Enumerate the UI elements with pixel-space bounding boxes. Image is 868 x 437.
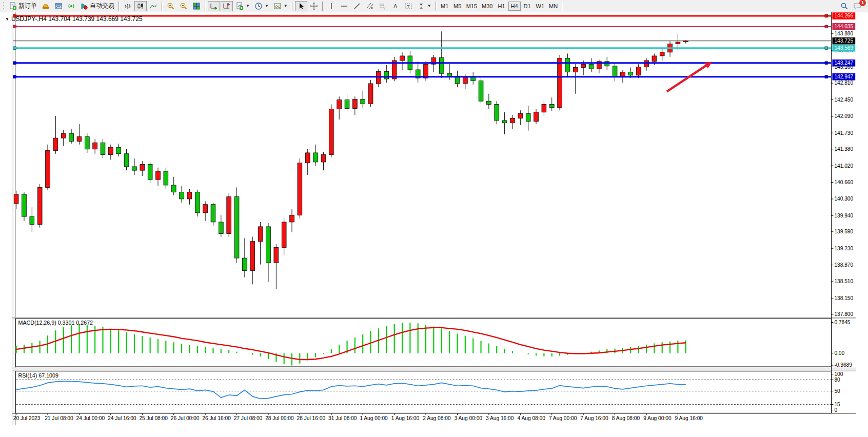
tile-windows-button[interactable] (190, 1, 203, 11)
svg-text:25 Jul 08:00: 25 Jul 08:00 (139, 415, 168, 421)
svg-text:139.230: 139.230 (834, 246, 853, 251)
cursor-icon (297, 2, 305, 10)
profile-icon (42, 2, 50, 10)
vertical-line-button[interactable] (325, 1, 338, 11)
fibonacci-button[interactable]: F (377, 1, 389, 11)
horizontal-line-button[interactable] (338, 1, 350, 11)
svg-text:141.380: 141.380 (834, 146, 853, 152)
line-chart-icon (149, 2, 157, 10)
chart-canvas[interactable]: 144.240143.880143.520143.160142.810142.4… (0, 12, 868, 437)
periods-dropdown[interactable]: ▼ (252, 1, 271, 11)
indicators-dropdown[interactable]: ▼ (233, 1, 252, 11)
svg-text:8 Aug 08:00: 8 Aug 08:00 (612, 415, 640, 421)
svg-text:3 Aug 16:00: 3 Aug 16:00 (486, 415, 514, 421)
search-button[interactable] (838, 1, 851, 11)
hline-144.035[interactable]: 144.035 (13, 23, 855, 30)
notifications-button[interactable]: 1 (851, 1, 863, 11)
equidistant-channel-button[interactable]: E (364, 1, 376, 11)
timeframe-h4[interactable]: H4 (508, 2, 521, 11)
bar-chart-button[interactable] (122, 1, 134, 11)
profile-button[interactable] (40, 1, 52, 11)
rsi-pane[interactable]: 1008050150RSI(14) 67.1009 (16, 371, 843, 413)
timeframe-m5[interactable]: M5 (451, 2, 464, 11)
text-button[interactable]: A (389, 1, 402, 11)
notification-badge: 1 (859, 0, 866, 6)
fibonacci-icon: F (379, 2, 387, 10)
auto-scroll-button[interactable] (208, 1, 220, 11)
timeframe-d1[interactable]: D1 (521, 2, 534, 11)
chevron-down-icon: ▼ (265, 4, 269, 8)
text-label-button[interactable]: T (402, 1, 415, 11)
timeframe-m30[interactable]: M30 (480, 2, 495, 11)
arrows-icon (417, 2, 425, 10)
new-order-button[interactable]: 新订单 (7, 1, 39, 11)
svg-text:7 Aug 16:00: 7 Aug 16:00 (580, 415, 608, 421)
charts-window-button[interactable] (52, 1, 65, 11)
line-chart-button[interactable] (147, 1, 160, 11)
svg-text:142.450: 142.450 (834, 97, 853, 103)
horizontal-line-icon (340, 2, 348, 10)
chart-title: ▼ USDJPY-,H4 143.704 143.739 143.669 143… (5, 15, 143, 23)
chart-window[interactable]: ▼ USDJPY-,H4 143.704 143.739 143.669 143… (0, 12, 868, 437)
zoom-in-icon (167, 2, 175, 10)
auto-trading-icon (80, 2, 88, 10)
text-label-icon: T (404, 2, 412, 10)
zoom-out-icon (180, 2, 188, 10)
timeframe-h1[interactable]: H1 (496, 2, 508, 11)
svg-text:143.247: 143.247 (834, 60, 853, 66)
templates-dropdown[interactable]: ▼ (271, 1, 290, 11)
timeframe-m1[interactable]: M1 (439, 2, 451, 11)
macd-label: MACD(12,26,9) 0.3301 0.2672 (18, 320, 93, 326)
svg-text:3 Aug 00:00: 3 Aug 00:00 (455, 415, 483, 421)
svg-text:9 Aug 16:00: 9 Aug 16:00 (675, 415, 703, 421)
bar-chart-icon (124, 2, 132, 10)
timeframe-w1[interactable]: W1 (534, 2, 547, 11)
hline-142.947[interactable]: 142.947 (13, 73, 855, 81)
macd-pane[interactable]: 0.78450.00-0.3689MACD(12,26,9) 0.3301 0.… (16, 319, 853, 368)
svg-text:138.510: 138.510 (834, 279, 853, 284)
svg-text:24 Jul 16:00: 24 Jul 16:00 (108, 415, 136, 421)
svg-text:2 Aug 08:00: 2 Aug 08:00 (423, 415, 451, 421)
chart-shift-button[interactable] (221, 1, 233, 11)
chevron-down-icon: ▼ (246, 4, 250, 8)
trendline-button[interactable] (351, 1, 363, 11)
periods-icon (254, 2, 263, 10)
toolbar-separator (292, 2, 293, 11)
svg-text:143.725: 143.725 (834, 38, 853, 44)
svg-text:31 Jul 08:00: 31 Jul 08:00 (328, 415, 357, 421)
hline-143.569[interactable]: 143.569 (13, 45, 855, 52)
arrows-dropdown[interactable]: ▼ (415, 1, 433, 11)
time-axis[interactable]: 20 Jul 202321 Jul 08:0024 Jul 00:0024 Ju… (12, 413, 856, 421)
crosshair-button[interactable] (308, 1, 320, 11)
chevron-down-icon: ▼ (284, 4, 288, 8)
tile-windows-icon (192, 2, 201, 10)
timeframe-mn[interactable]: MN (547, 2, 560, 11)
svg-text:4 Aug 08:00: 4 Aug 08:00 (517, 415, 545, 421)
cursor-button[interactable] (295, 1, 307, 11)
svg-text:A: A (393, 3, 398, 9)
toolbar-separator (162, 2, 163, 11)
hline-143.725[interactable]: 143.725 (13, 37, 855, 45)
toolbar-grip[interactable] (3, 2, 5, 10)
toolbar-separator (562, 2, 563, 11)
main-toolbar: 新订单 自动交易 (0, 0, 868, 12)
zoom-in-button[interactable] (165, 1, 177, 11)
chart-dropdown-icon[interactable]: ▼ (5, 17, 9, 22)
svg-text:26 Jul 16:00: 26 Jul 16:00 (202, 415, 231, 421)
crosshair-icon (310, 2, 318, 10)
svg-text:0.00: 0.00 (834, 350, 844, 356)
candlestick-button[interactable] (134, 1, 147, 11)
candles-layer (14, 31, 688, 289)
auto-trading-button[interactable]: 自动交易 (78, 1, 116, 11)
svg-text:1 Aug 16:00: 1 Aug 16:00 (391, 415, 420, 421)
trendline-icon (353, 2, 361, 10)
svg-text:26 Jul 00:00: 26 Jul 00:00 (171, 415, 200, 421)
svg-text:E: E (371, 7, 373, 10)
templates-icon (273, 2, 282, 10)
svg-text:142.947: 142.947 (834, 74, 853, 80)
timeframe-m15[interactable]: M15 (464, 2, 479, 11)
svg-text:80: 80 (834, 377, 840, 383)
zoom-out-button[interactable] (177, 1, 190, 11)
signals-button[interactable] (65, 1, 77, 11)
equidistant-channel-icon: E (366, 2, 374, 10)
